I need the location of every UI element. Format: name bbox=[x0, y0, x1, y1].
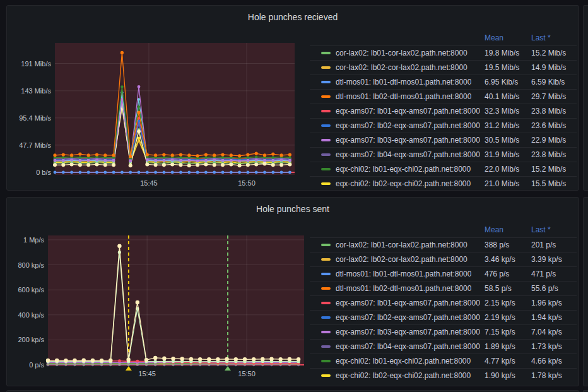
legend-series-cell: eqx-ams07: lb02-eqx-ams07.path.net:8000 bbox=[310, 121, 485, 130]
legend-row: eqx-ams07: lb01-eqx-ams07.path.net:80003… bbox=[310, 104, 577, 118]
annotation-marker-icon[interactable] bbox=[225, 366, 231, 371]
legend-series-cell: eqx-ams07: lb01-eqx-ams07.path.net:8000 bbox=[310, 107, 485, 116]
y-tick-label: 200 kp/s bbox=[18, 336, 44, 343]
series-eqx-ams07-lb01-eqx-ams07-path-net-8000 bbox=[54, 94, 291, 161]
series-label[interactable]: cor-lax02: lb02-cor-lax02.path.net:8000 bbox=[336, 63, 467, 72]
series-mean-value: 21.0 Mib/s bbox=[485, 179, 531, 188]
legend-row: eqx-chi02: lb01-eqx-chi02.path.net:80004… bbox=[310, 353, 577, 368]
series-color-swatch-icon[interactable] bbox=[321, 52, 331, 54]
legend-sort-mean[interactable]: Mean bbox=[485, 225, 531, 234]
legend-row: eqx-ams07: lb02-eqx-ams07.path.net:80002… bbox=[310, 310, 577, 324]
series-label[interactable]: cor-lax02: lb02-cor-lax02.path.net:8000 bbox=[336, 255, 467, 264]
panel-title[interactable]: Hole punches recieved bbox=[7, 9, 579, 25]
series-label[interactable]: dtl-mos01: lb01-dtl-mos01.path.net:8000 bbox=[336, 270, 471, 278]
series-label[interactable]: eqx-ams07: lb01-eqx-ams07.path.net:8000 bbox=[336, 299, 480, 307]
legend-sort-last[interactable]: Last * bbox=[531, 33, 577, 42]
series-mean-value: 6.95 Kib/s bbox=[485, 78, 531, 86]
annotation-marker-icon[interactable] bbox=[126, 366, 132, 371]
series-color-swatch-icon[interactable] bbox=[321, 124, 331, 127]
series-label[interactable]: eqx-chi02: lb02-eqx-chi02.path.net:8000 bbox=[336, 371, 471, 380]
series-mean-value: 1.90 kp/s bbox=[485, 371, 531, 380]
series-label[interactable]: eqx-ams07: lb04-eqx-ams07.path.net:8000 bbox=[336, 342, 480, 351]
dashboard: Hole punches recieved 191 Mib/s143 Mib/s… bbox=[0, 0, 588, 392]
series-color-swatch-icon[interactable] bbox=[321, 345, 331, 348]
legend-series-cell: eqx-ams07: lb01-eqx-ams07.path.net:8000 bbox=[310, 299, 485, 307]
series-mean-value: 22.0 Mib/s bbox=[485, 165, 531, 174]
series-last-value: 1.78 kp/s bbox=[531, 371, 577, 380]
series-mean-value: 58.5 p/s bbox=[485, 284, 531, 293]
legend-table: MeanLast *cor-lax02: lb01-cor-lax02.path… bbox=[310, 222, 577, 386]
x-tick-label: 15:45 bbox=[140, 179, 158, 187]
series-eqx-ams07-lb02-eqx-ams07-path-net-8000 bbox=[54, 97, 291, 161]
legend-series-cell: cor-lax02: lb01-cor-lax02.path.net:8000 bbox=[310, 49, 485, 57]
legend-series-cell: eqx-chi02: lb02-eqx-chi02.path.net:8000 bbox=[310, 371, 485, 380]
series-last-value: 15.5 Mib/s bbox=[531, 179, 577, 188]
series-color-swatch-icon[interactable] bbox=[321, 360, 331, 362]
series-label[interactable]: eqx-chi02: lb02-eqx-chi02.path.net:8000 bbox=[336, 179, 471, 188]
legend-series-cell: eqx-ams07: lb04-eqx-ams07.path.net:8000 bbox=[310, 342, 485, 351]
chart-svg bbox=[55, 43, 295, 175]
series-label[interactable]: eqx-ams07: lb02-eqx-ams07.path.net:8000 bbox=[336, 121, 480, 130]
y-tick-label: 191 Mib/s bbox=[21, 60, 51, 68]
series-label[interactable]: dtl-mos01: lb01-dtl-mos01.path.net:8000 bbox=[336, 78, 471, 86]
series-color-swatch-icon[interactable] bbox=[321, 110, 331, 112]
legend-series-cell: dtl-mos01: lb01-dtl-mos01.path.net:8000 bbox=[310, 270, 485, 278]
legend-series-cell: eqx-chi02: lb01-eqx-chi02.path.net:8000 bbox=[310, 165, 485, 174]
legend-row: cor-lax02: lb02-cor-lax02.path.net:80001… bbox=[310, 60, 577, 74]
legend-row: dtl-mos01: lb01-dtl-mos01.path.net:80004… bbox=[310, 266, 577, 281]
series-label[interactable]: eqx-chi02: lb01-eqx-chi02.path.net:8000 bbox=[336, 165, 471, 174]
series-label[interactable]: cor-lax02: lb01-cor-lax02.path.net:8000 bbox=[336, 241, 467, 249]
adjacent-panel-edge bbox=[583, 5, 588, 191]
series-color-swatch-icon[interactable] bbox=[321, 139, 331, 141]
legend-series-cell: eqx-chi02: lb01-eqx-chi02.path.net:8000 bbox=[310, 357, 485, 365]
series-dtl-mos01-lb01-dtl-mos01-path-net-8000 bbox=[54, 171, 291, 174]
series-label[interactable]: eqx-ams07: lb03-eqx-ams07.path.net:8000 bbox=[336, 136, 480, 145]
legend-series-cell: eqx-ams07: lb04-eqx-ams07.path.net:8000 bbox=[310, 150, 485, 159]
series-label[interactable]: eqx-ams07: lb04-eqx-ams07.path.net:8000 bbox=[336, 150, 480, 159]
series-color-swatch-icon[interactable] bbox=[321, 81, 331, 83]
series-label[interactable]: eqx-ams07: lb03-eqx-ams07.path.net:8000 bbox=[336, 328, 480, 336]
series-mean-value: 476 p/s bbox=[485, 270, 531, 278]
series-last-value: 15.2 Mib/s bbox=[531, 49, 577, 57]
series-color-swatch-icon[interactable] bbox=[321, 374, 331, 377]
series-color-swatch-icon[interactable] bbox=[321, 168, 331, 170]
series-label[interactable]: dtl-mos01: lb02-dtl-mos01.path.net:8000 bbox=[336, 284, 471, 293]
series-label[interactable]: cor-lax02: lb01-cor-lax02.path.net:8000 bbox=[336, 49, 467, 57]
series-label[interactable]: eqx-ams07: lb02-eqx-ams07.path.net:8000 bbox=[336, 313, 480, 322]
series-color-swatch-icon[interactable] bbox=[321, 182, 331, 185]
legend-series-cell: eqx-ams07: lb02-eqx-ams07.path.net:8000 bbox=[310, 313, 485, 322]
series-mean-value: 32.3 Mib/s bbox=[485, 107, 531, 116]
series-color-swatch-icon[interactable] bbox=[321, 153, 331, 156]
legend-row: eqx-ams07: lb04-eqx-ams07.path.net:80003… bbox=[310, 147, 577, 162]
series-color-swatch-icon[interactable] bbox=[321, 273, 331, 275]
chart-svg bbox=[48, 235, 304, 365]
series-color-swatch-icon[interactable] bbox=[321, 302, 331, 304]
series-color-swatch-icon[interactable] bbox=[321, 258, 331, 261]
series-mean-value: 4.77 kp/s bbox=[485, 357, 531, 365]
panel-title[interactable]: Hole punches sent bbox=[7, 201, 579, 217]
series-last-value: 201 p/s bbox=[531, 241, 577, 249]
time-series-plot[interactable] bbox=[48, 235, 304, 365]
panel-hole-punches-sent: Hole punches sent 1 Mp/s800 kp/s600 kp/s… bbox=[6, 197, 579, 386]
legend-row: dtl-mos01: lb02-dtl-mos01.path.net:80005… bbox=[310, 281, 577, 295]
series-label[interactable]: eqx-ams07: lb01-eqx-ams07.path.net:8000 bbox=[336, 107, 480, 116]
series-color-swatch-icon[interactable] bbox=[321, 66, 331, 69]
series-label[interactable]: eqx-chi02: lb01-eqx-chi02.path.net:8000 bbox=[336, 357, 471, 365]
series-last-value: 23.6 Mib/s bbox=[531, 121, 577, 130]
series-color-swatch-icon[interactable] bbox=[321, 331, 331, 333]
legend-sort-mean[interactable]: Mean bbox=[485, 33, 531, 42]
y-tick-label: 0 b/s bbox=[36, 169, 51, 176]
legend-sort-last[interactable]: Last * bbox=[531, 225, 577, 234]
series-color-swatch-icon[interactable] bbox=[321, 316, 331, 319]
legend-row: eqx-ams07: lb03-eqx-ams07.path.net:80007… bbox=[310, 324, 577, 339]
y-tick-label: 95.4 Mib/s bbox=[19, 114, 51, 122]
series-color-swatch-icon[interactable] bbox=[321, 244, 331, 246]
series-color-swatch-icon[interactable] bbox=[321, 95, 331, 98]
series-label[interactable]: dtl-mos01: lb02-dtl-mos01.path.net:8000 bbox=[336, 92, 471, 101]
series-last-value: 7.04 kp/s bbox=[531, 328, 577, 336]
legend-table: MeanLast *cor-lax02: lb01-cor-lax02.path… bbox=[310, 30, 577, 190]
series-color-swatch-icon[interactable] bbox=[321, 287, 331, 290]
legend-row: eqx-ams07: lb03-eqx-ams07.path.net:80003… bbox=[310, 133, 577, 147]
legend-row: dtl-mos01: lb02-dtl-mos01.path.net:80004… bbox=[310, 89, 577, 104]
time-series-plot[interactable] bbox=[55, 43, 295, 175]
